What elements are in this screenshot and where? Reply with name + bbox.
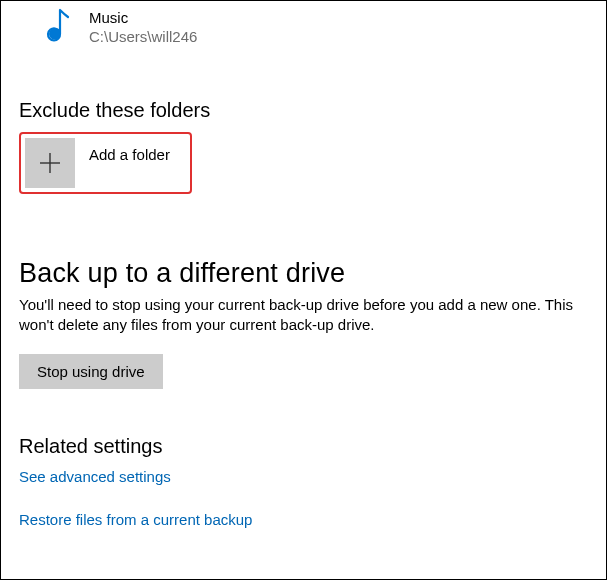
plus-icon [25, 138, 75, 188]
related-settings-heading: Related settings [19, 435, 588, 458]
backup-heading: Back up to a different drive [19, 258, 588, 289]
restore-files-link[interactable]: Restore files from a current backup [19, 511, 588, 528]
folder-item-music[interactable]: Music C:\Users\will246 [19, 5, 588, 55]
svg-point-0 [49, 29, 60, 40]
backup-body-text: You'll need to stop using your current b… [19, 295, 584, 336]
exclude-folders-heading: Exclude these folders [19, 99, 588, 122]
stop-using-drive-button[interactable]: Stop using drive [19, 354, 163, 389]
add-folder-label: Add a folder [89, 146, 170, 181]
music-icon [33, 5, 77, 49]
folder-path: C:\Users\will246 [89, 27, 197, 47]
add-folder-button[interactable]: Add a folder [19, 132, 192, 194]
see-advanced-settings-link[interactable]: See advanced settings [19, 468, 588, 485]
folder-name: Music [89, 8, 197, 28]
